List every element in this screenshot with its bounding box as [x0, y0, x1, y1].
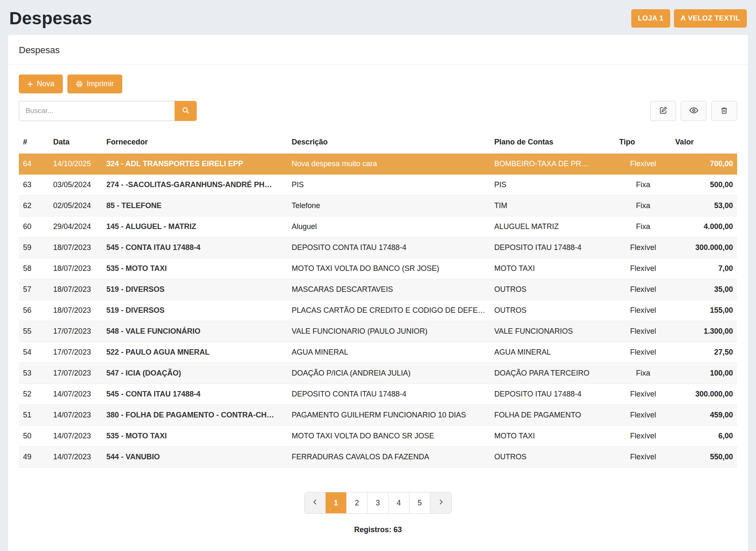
card-body: Nova Imprimir	[8, 64, 748, 551]
table-row[interactable]: 5718/07/2023519 - DIVERSOSMASCARAS DESCA…	[19, 279, 737, 300]
cell-plano-de-contas: OUTROS	[490, 279, 615, 300]
cell-plano-de-contas: DEPOSITO ITAU 17488-4	[490, 237, 615, 258]
search-group	[19, 101, 197, 121]
cell-fornecedor: 545 - CONTA ITAU 17488-4	[102, 384, 288, 405]
cell-valor: 300.000,00	[671, 237, 737, 258]
cell-tipo: Flexível	[615, 279, 671, 300]
cell-fornecedor: 548 - VALE FUNCIONÁRIO	[102, 321, 288, 342]
search-input[interactable]	[19, 101, 175, 121]
cell-descricao: Telefone	[288, 196, 490, 216]
cell-descricao: Nova despesa muito cara	[288, 154, 490, 175]
pagination-page-5[interactable]: 5	[409, 492, 430, 513]
pagination-page-4[interactable]: 4	[388, 492, 409, 513]
cell-plano-de-contas: BOMBEIRO-TAXA DE PR…	[490, 154, 615, 175]
table-row[interactable]: 4914/07/2023544 - VANUBIOFERRADURAS CAVA…	[19, 447, 737, 468]
cell-plano-de-contas: MOTO TAXI	[490, 426, 615, 447]
cell-valor: 7,00	[671, 258, 737, 279]
pagination-page-2[interactable]: 2	[347, 492, 368, 513]
company-badge[interactable]: A VELOZ TEXTIL	[674, 9, 747, 28]
cell-id: 57	[19, 279, 49, 300]
cell-valor: 500,00	[671, 175, 737, 196]
column-header-plano-de-contas: Plano de Contas	[490, 133, 615, 154]
controls-row	[19, 101, 737, 121]
expenses-table: # Data Fornecedor Descrição Plano de Con…	[19, 133, 737, 468]
search-icon	[182, 106, 190, 116]
card-header: Despesas	[8, 35, 748, 64]
table-row[interactable]: 5114/07/2023380 - FOLHA DE PAGAMENTO - C…	[19, 405, 737, 426]
pagination-prev-button[interactable]	[305, 492, 326, 513]
cell-descricao: DEPOSITO CONTA ITAU 17488-4	[288, 384, 490, 405]
cell-data: 14/07/2023	[49, 405, 102, 426]
cell-valor: 4.000,00	[671, 216, 737, 237]
view-button[interactable]	[681, 101, 707, 121]
table-row[interactable]: 5214/07/2023545 - CONTA ITAU 17488-4DEPO…	[19, 384, 737, 405]
table-row[interactable]: 5618/07/2023519 - DIVERSOSPLACAS CARTÃO …	[19, 300, 737, 321]
cell-fornecedor: 380 - FOLHA DE PAGAMENTO - CONTRA-CH…	[102, 405, 288, 426]
search-button[interactable]	[175, 101, 197, 121]
cell-id: 51	[19, 405, 49, 426]
cell-valor: 459,00	[671, 405, 737, 426]
cell-data: 29/04/2024	[49, 216, 102, 237]
pagination-page-1[interactable]: 1	[326, 492, 347, 513]
table-row[interactable]: 6029/04/2024145 - ALUGUEL - MATRIZAlugue…	[19, 216, 737, 237]
cell-fornecedor: 324 - ADL TRANSPORTES EIRELI EPP	[102, 154, 288, 175]
pagination-wrap: 12345	[19, 492, 737, 514]
new-expense-button[interactable]: Nova	[19, 75, 63, 93]
cell-id: 63	[19, 175, 49, 196]
cell-tipo: Fixa	[615, 216, 671, 237]
cell-id: 52	[19, 384, 49, 405]
cell-id: 54	[19, 342, 49, 363]
cell-tipo: Flexível	[615, 154, 671, 175]
row-actions	[650, 101, 737, 121]
cell-data: 02/05/2024	[49, 196, 102, 216]
column-header-fornecedor: Fornecedor	[102, 133, 288, 154]
pagination-page-3[interactable]: 3	[368, 492, 388, 513]
expenses-card: Despesas Nova Imprimir	[8, 34, 748, 551]
cell-tipo: Flexível	[615, 447, 671, 468]
cell-data: 17/07/2023	[49, 363, 102, 384]
cell-valor: 155,00	[671, 300, 737, 321]
store-badge[interactable]: LOJA 1	[631, 9, 670, 28]
cell-data: 17/07/2023	[49, 321, 102, 342]
cell-id: 64	[19, 154, 49, 175]
cell-fornecedor: 535 - MOTO TAXI	[102, 258, 288, 279]
cell-fornecedor: 547 - ICIA (DOAÇÃO)	[102, 363, 288, 384]
cell-tipo: Flexível	[615, 300, 671, 321]
table-row[interactable]: 5317/07/2023547 - ICIA (DOAÇÃO)DOAÇÃO P/…	[19, 363, 737, 384]
cell-data: 18/07/2023	[49, 279, 102, 300]
table-row[interactable]: 5818/07/2023535 - MOTO TAXIMOTO TAXI VOL…	[19, 258, 737, 279]
table-row[interactable]: 6303/05/2024274 - -SACOLITAS-GARANHUNS-A…	[19, 175, 737, 196]
delete-button[interactable]	[711, 101, 737, 121]
pagination-next-button[interactable]	[430, 492, 451, 513]
table-row[interactable]: 6202/05/202485 - TELEFONETelefoneTIMFixa…	[19, 196, 737, 216]
cell-data: 18/07/2023	[49, 258, 102, 279]
cell-data: 18/07/2023	[49, 237, 102, 258]
print-button[interactable]: Imprimir	[67, 75, 122, 93]
cell-valor: 1.300,00	[671, 321, 737, 342]
cell-plano-de-contas: TIM	[490, 196, 615, 216]
cell-valor: 100,00	[671, 363, 737, 384]
table-row[interactable]: 5517/07/2023548 - VALE FUNCIONÁRIOVALE F…	[19, 321, 737, 342]
column-header-data: Data	[49, 133, 102, 154]
edit-button[interactable]	[650, 101, 676, 121]
expenses-table-body: 6414/10/2025324 - ADL TRANSPORTES EIRELI…	[19, 154, 737, 468]
cell-plano-de-contas: DOAÇÃO PARA TERCEIRO	[490, 363, 615, 384]
cell-data: 17/07/2023	[49, 342, 102, 363]
cell-id: 50	[19, 426, 49, 447]
table-row[interactable]: 5918/07/2023545 - CONTA ITAU 17488-4DEPO…	[19, 237, 737, 258]
cell-valor: 27,50	[671, 342, 737, 363]
cell-tipo: Fixa	[615, 196, 671, 216]
table-row[interactable]: 5014/07/2023535 - MOTO TAXIMOTO TAXI VOL…	[19, 426, 737, 447]
page-header: Despesas LOJA 1 A VELOZ TEXTIL	[8, 8, 748, 28]
header-badges: LOJA 1 A VELOZ TEXTIL	[631, 9, 747, 28]
column-header-valor: Valor	[671, 133, 737, 154]
cell-data: 14/07/2023	[49, 426, 102, 447]
cell-descricao: DEPOSITO CONTA ITAU 17488-4	[288, 237, 490, 258]
table-row[interactable]: 5417/07/2023522 - PAULO AGUA MNERALAGUA …	[19, 342, 737, 363]
cell-valor: 300.000,00	[671, 384, 737, 405]
cell-descricao: FERRADURAS CAVALOS DA FAZENDA	[288, 447, 490, 468]
cell-descricao: PIS	[288, 175, 490, 196]
table-row[interactable]: 6414/10/2025324 - ADL TRANSPORTES EIRELI…	[19, 154, 737, 175]
cell-tipo: Flexível	[615, 237, 671, 258]
cell-tipo: Fixa	[615, 363, 671, 384]
